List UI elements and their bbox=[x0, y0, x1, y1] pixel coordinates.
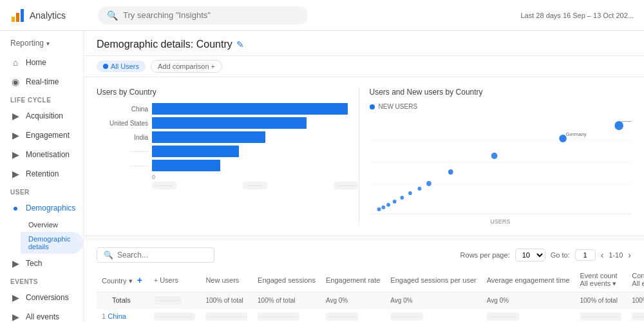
col-engaged-per-user[interactable]: Engaged sessions per user bbox=[385, 268, 481, 292]
svg-rect-1 bbox=[16, 13, 19, 22]
chip-dot bbox=[103, 64, 108, 69]
retention-icon: ▶ bbox=[10, 169, 21, 179]
topbar: Analytics 🔍 Last 28 days 16 Sep – 13 Oct… bbox=[0, 0, 644, 31]
sidebar-label-retention: Retention bbox=[26, 169, 59, 178]
legend-dot bbox=[370, 104, 375, 109]
edit-icon[interactable]: ✎ bbox=[236, 39, 244, 50]
table-search-bar[interactable]: 🔍 bbox=[97, 247, 214, 263]
svg-rect-0 bbox=[12, 17, 15, 22]
sidebar-item-home[interactable]: ⌂ Home bbox=[0, 53, 83, 72]
monetisation-icon: ▶ bbox=[10, 149, 21, 160]
col-new-users[interactable]: New users bbox=[200, 268, 252, 292]
sidebar-label-home: Home bbox=[26, 58, 46, 67]
sidebar-item-retention[interactable]: ▶ Retention bbox=[0, 164, 83, 184]
sidebar-item-monetisation[interactable]: ▶ Monetisation bbox=[0, 145, 83, 164]
bar-row-5: ──── bbox=[97, 160, 359, 171]
sidebar-label-overview: Overview bbox=[28, 221, 58, 229]
filter-bar: All Users Add comparison + bbox=[84, 56, 644, 77]
bar-chart: China United States India ──── bbox=[97, 103, 359, 189]
sidebar-item-tech[interactable]: ▶ Tech bbox=[0, 254, 83, 273]
col-users[interactable]: + Users bbox=[149, 268, 201, 292]
bar-row-india: India bbox=[97, 131, 359, 143]
svg-point-7 bbox=[377, 207, 381, 211]
scatter-chart-panel: Users and New users by Country NEW USERS bbox=[359, 88, 632, 225]
app-logo: Analytics bbox=[10, 8, 88, 23]
reporting-label: Reporting bbox=[10, 39, 44, 48]
sidebar-label-realtime: Real-time bbox=[26, 77, 59, 86]
user-section-label: USER bbox=[0, 184, 83, 198]
sidebar-label-monetisation: Monetisation bbox=[26, 150, 70, 159]
totals-label: Totals bbox=[97, 292, 149, 308]
all-users-chip[interactable]: All Users bbox=[97, 61, 146, 72]
svg-point-8 bbox=[381, 205, 385, 209]
legend-label: NEW USERS bbox=[379, 103, 418, 110]
scatter-chart-title: Users and New users by Country bbox=[370, 88, 632, 97]
col-conversions[interactable]: ConversionsAll events ▾ bbox=[627, 268, 644, 292]
col-engaged-sessions[interactable]: Engaged sessions bbox=[252, 268, 321, 292]
goto-page-input[interactable] bbox=[575, 249, 596, 261]
sidebar-item-conversions[interactable]: ▶ Conversions bbox=[0, 288, 83, 307]
svg-point-12 bbox=[408, 191, 412, 195]
rows-per-page-control: Rows per page: 10 25 50 Go to: ‹ 1-10 › bbox=[460, 249, 631, 261]
bar-row-4: ──── bbox=[97, 146, 359, 157]
search-input[interactable] bbox=[123, 10, 299, 20]
sidebar-label-engagement: Engagement bbox=[26, 131, 70, 140]
content-area: Demographic details: Country ✎ All Users… bbox=[84, 31, 644, 322]
svg-point-9 bbox=[386, 203, 390, 207]
svg-text:Germany: Germany bbox=[565, 131, 586, 137]
goto-label: Go to: bbox=[551, 251, 570, 259]
scatter-x-axis-label: USERS bbox=[370, 218, 632, 225]
date-range: Last 28 days 16 Sep – 13 Oct 202... bbox=[521, 12, 634, 19]
svg-text:──────: ────── bbox=[621, 118, 631, 124]
acquisition-icon: ▶ bbox=[10, 111, 21, 121]
sidebar-item-engagement[interactable]: ▶ Engagement bbox=[0, 126, 83, 145]
sidebar-label-demographic-details: Demographic details bbox=[28, 235, 75, 251]
demographics-icon: ● bbox=[10, 203, 21, 213]
sidebar-item-all-events[interactable]: ▶ All events bbox=[0, 307, 83, 322]
pagination-prev-icon[interactable]: ‹ bbox=[601, 250, 604, 260]
all-events-icon: ▶ bbox=[10, 312, 21, 322]
sidebar-item-overview[interactable]: Overview bbox=[21, 218, 83, 232]
sidebar-item-acquisition[interactable]: ▶ Acquisition bbox=[0, 106, 83, 126]
pagination-next-icon[interactable]: › bbox=[628, 250, 631, 260]
col-avg-engagement[interactable]: Average engagement time bbox=[482, 268, 575, 292]
search-bar[interactable]: 🔍 bbox=[98, 6, 308, 24]
col-country[interactable]: Country ▾ + bbox=[97, 268, 149, 292]
table-search-input[interactable] bbox=[117, 251, 207, 260]
svg-point-11 bbox=[400, 196, 404, 200]
demographics-submenu: Overview Demographic details bbox=[0, 218, 83, 254]
events-section-label: EVENTS bbox=[0, 273, 83, 288]
totals-row: Totals ───── 100% of total 100% of total… bbox=[97, 292, 644, 308]
bar-chart-title: Users by Country bbox=[97, 88, 359, 97]
col-event-count[interactable]: Event countAll events ▾ bbox=[575, 268, 627, 292]
scatter-svg: Germany ────── bbox=[370, 114, 632, 217]
search-icon: 🔍 bbox=[107, 10, 118, 21]
page-header: Demographic details: Country ✎ bbox=[84, 31, 644, 56]
charts-row: Users by Country China United States Ind… bbox=[84, 77, 644, 236]
svg-point-15 bbox=[448, 169, 453, 175]
sidebar-item-demographics[interactable]: ● Demographics bbox=[0, 198, 83, 218]
reporting-header[interactable]: Reporting ▾ bbox=[0, 33, 83, 53]
sidebar-item-demographic-details[interactable]: Demographic details bbox=[21, 232, 83, 254]
bar-row-china: China bbox=[97, 103, 359, 115]
page-title: Demographic details: Country ✎ bbox=[97, 39, 244, 50]
main-layout: Reporting ▾ ⌂ Home ◉ Real-time LIFE CYCL… bbox=[0, 31, 644, 322]
table-header-row: Country ▾ + + Users New users Engaged se… bbox=[97, 268, 644, 292]
svg-point-13 bbox=[417, 187, 421, 191]
table-section: 🔍 Rows per page: 10 25 50 Go to: ‹ 1-10 … bbox=[84, 241, 644, 322]
col-engagement-rate[interactable]: Engagement rate bbox=[321, 268, 385, 292]
add-column-button[interactable]: + bbox=[137, 275, 142, 285]
conversions-icon: ▶ bbox=[10, 292, 21, 303]
lifecycle-section-label: LIFE CYCLE bbox=[0, 91, 83, 106]
scatter-legend: NEW USERS bbox=[370, 103, 632, 110]
sidebar-label-conversions: Conversions bbox=[26, 293, 69, 302]
svg-rect-2 bbox=[21, 9, 24, 22]
rows-per-page-label: Rows per page: bbox=[460, 251, 510, 259]
rows-per-page-select[interactable]: 10 25 50 bbox=[515, 249, 545, 261]
add-comparison-button[interactable]: Add comparison + bbox=[151, 60, 222, 73]
svg-point-14 bbox=[426, 181, 431, 186]
sidebar-item-realtime[interactable]: ◉ Real-time bbox=[0, 72, 83, 91]
realtime-icon: ◉ bbox=[10, 77, 21, 87]
engagement-icon: ▶ bbox=[10, 130, 21, 140]
tech-icon: ▶ bbox=[10, 258, 21, 269]
